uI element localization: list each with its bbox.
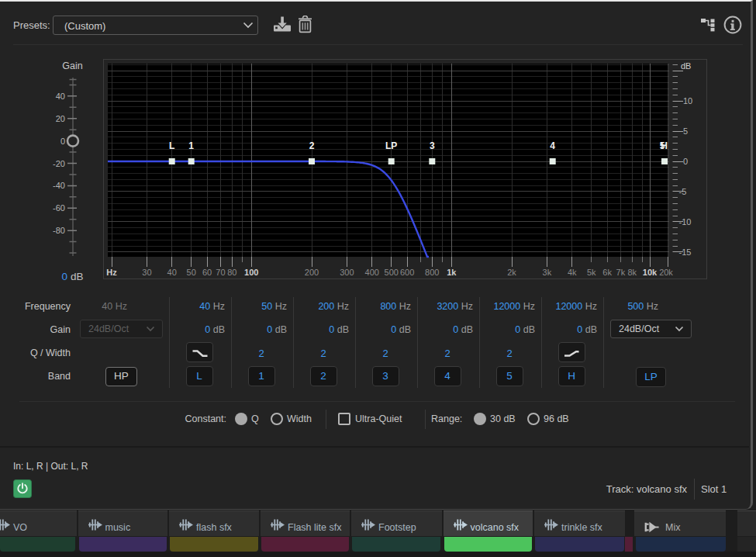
svg-text:-60: -60 [53, 203, 65, 213]
svg-text:1k: 1k [447, 268, 457, 277]
svg-text:10: 10 [683, 96, 692, 106]
svg-text:L: L [169, 140, 174, 151]
svg-text:200: 200 [305, 268, 319, 277]
svg-text:20: 20 [56, 114, 65, 123]
svg-text:10k: 10k [643, 268, 658, 277]
svg-text:60: 60 [202, 268, 212, 277]
svg-text:-40: -40 [53, 181, 65, 190]
svg-text:40: 40 [56, 92, 65, 101]
svg-text:800: 800 [425, 268, 439, 277]
svg-text:H: H [661, 140, 668, 151]
svg-text:2: 2 [309, 140, 315, 151]
svg-text:3: 3 [430, 140, 435, 151]
svg-text:600: 600 [400, 268, 414, 277]
svg-text:20k: 20k [659, 268, 673, 277]
svg-text:6k: 6k [602, 268, 612, 277]
svg-text:2k: 2k [507, 268, 516, 277]
svg-text:300: 300 [340, 268, 354, 277]
svg-text:LP: LP [385, 140, 397, 151]
svg-text:30: 30 [142, 268, 151, 277]
svg-text:dB: dB [681, 61, 691, 71]
svg-text:5: 5 [683, 126, 688, 136]
svg-text:4k: 4k [568, 268, 577, 277]
svg-text:7k: 7k [616, 268, 626, 277]
svg-text:Hz: Hz [106, 268, 117, 277]
svg-text:5k: 5k [587, 268, 596, 277]
svg-text:8k: 8k [627, 268, 637, 277]
svg-text:-5: -5 [679, 187, 687, 196]
svg-text:40: 40 [167, 268, 177, 277]
svg-text:-80: -80 [53, 226, 65, 235]
svg-text:-15: -15 [679, 247, 692, 257]
svg-text:70: 70 [216, 268, 225, 277]
svg-text:-20: -20 [53, 159, 65, 168]
svg-text:100: 100 [244, 268, 258, 277]
svg-text:0: 0 [60, 137, 65, 146]
svg-text:500: 500 [385, 268, 399, 277]
svg-text:-10: -10 [679, 217, 692, 227]
svg-text:1: 1 [188, 140, 194, 151]
svg-text:4: 4 [550, 140, 555, 151]
svg-text:50: 50 [187, 268, 196, 277]
svg-text:0: 0 [683, 157, 688, 166]
svg-text:400: 400 [365, 268, 379, 277]
svg-text:80: 80 [227, 268, 236, 277]
svg-text:3k: 3k [543, 268, 552, 277]
